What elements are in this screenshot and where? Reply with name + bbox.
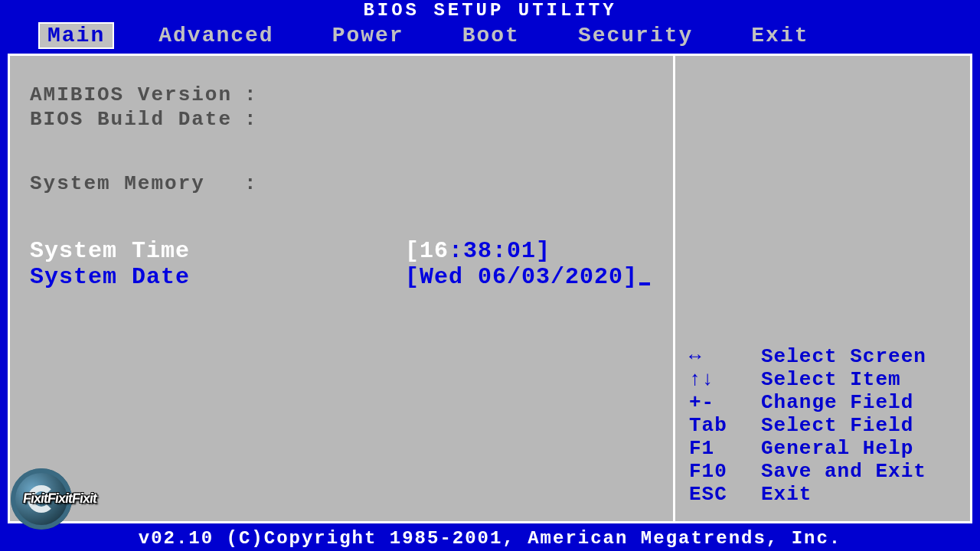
- help-action: Select Item: [761, 368, 901, 391]
- help-general-help: F1 General Help: [689, 437, 962, 460]
- tab-power[interactable]: Power: [318, 24, 418, 47]
- help-save-exit: F10 Save and Exit: [689, 460, 962, 483]
- cursor-icon: [639, 282, 650, 285]
- settings-pane: AMIBIOS Version : BIOS Build Date : Syst…: [10, 56, 673, 521]
- system-time-value[interactable]: [16:38:01]: [405, 238, 550, 264]
- help-action: Save and Exit: [761, 460, 926, 483]
- help-action: Exit: [761, 483, 812, 506]
- help-action: General Help: [761, 437, 913, 460]
- help-select-field: Tab Select Field: [689, 414, 962, 437]
- help-action: Select Field: [761, 414, 913, 437]
- amibios-version-row: AMIBIOS Version :: [30, 83, 653, 106]
- help-action: Change Field: [761, 391, 913, 414]
- help-key: +-: [689, 391, 761, 414]
- title-bar: BIOS SETUP UTILITY: [0, 0, 980, 21]
- system-memory-row: System Memory :: [30, 172, 653, 195]
- main-area: AMIBIOS Version : BIOS Build Date : Syst…: [8, 54, 972, 523]
- system-date-row[interactable]: System Date [Wed 06/03/2020]: [30, 264, 653, 290]
- colon: :: [244, 172, 260, 195]
- help-select-screen: ↔ Select Screen: [689, 345, 962, 368]
- system-time-row[interactable]: System Time [16:38:01]: [30, 238, 653, 264]
- tab-boot[interactable]: Boot: [449, 24, 534, 47]
- tab-main[interactable]: Main: [38, 22, 114, 49]
- help-select-item: ↑↓ Select Item: [689, 368, 962, 391]
- bios-build-date-value: [260, 108, 474, 131]
- tab-bar: Main Advanced Power Boot Security Exit: [0, 21, 980, 49]
- amibios-version-value: [260, 83, 474, 106]
- help-key: F1: [689, 437, 761, 460]
- tab-security[interactable]: Security: [564, 24, 707, 47]
- help-change-field: +- Change Field: [689, 391, 962, 414]
- help-key: F10: [689, 460, 761, 483]
- tab-exit[interactable]: Exit: [737, 24, 822, 47]
- amibios-version-label: AMIBIOS Version: [30, 83, 244, 106]
- bios-build-date-row: BIOS Build Date :: [30, 108, 653, 131]
- system-memory-value: [260, 172, 474, 195]
- system-time-label: System Time: [30, 238, 405, 264]
- help-key: Tab: [689, 414, 761, 437]
- help-action: Select Screen: [761, 345, 926, 368]
- system-date-value[interactable]: [Wed 06/03/2020]: [405, 264, 650, 290]
- colon: :: [244, 83, 260, 106]
- colon: :: [244, 108, 260, 131]
- system-memory-label: System Memory: [30, 172, 244, 195]
- help-key: ↔: [689, 345, 761, 368]
- bios-build-date-label: BIOS Build Date: [30, 108, 244, 131]
- help-block: ↔ Select Screen ↑↓ Select Item +- Change…: [689, 345, 962, 506]
- help-key: ESC: [689, 483, 761, 506]
- help-pane: ↔ Select Screen ↑↓ Select Item +- Change…: [673, 56, 970, 521]
- footer-copyright: v02.10 (C)Copyright 1985-2001, American …: [0, 527, 980, 551]
- help-key: ↑↓: [689, 368, 761, 391]
- help-exit: ESC Exit: [689, 483, 962, 506]
- system-date-label: System Date: [30, 264, 405, 290]
- tab-advanced[interactable]: Advanced: [145, 24, 287, 47]
